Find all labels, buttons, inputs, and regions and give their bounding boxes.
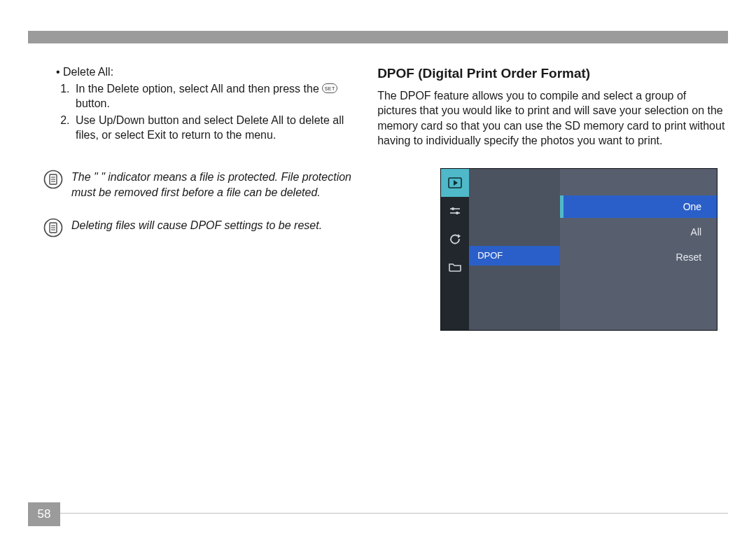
dpof-paragraph: The DPOF feature allows you to compile a… bbox=[377, 88, 725, 149]
set-button-icon: SET bbox=[322, 83, 337, 93]
svg-point-15 bbox=[456, 212, 458, 214]
note-1: The " " indicator means a file is protec… bbox=[43, 170, 365, 200]
folder-icon bbox=[441, 253, 469, 281]
camera-label-dpof: DPOF bbox=[469, 246, 560, 266]
camera-option-one-label: One bbox=[683, 200, 701, 214]
svg-point-13 bbox=[451, 207, 454, 210]
dpof-heading: DPOF (Digital Print Order Format) bbox=[377, 64, 725, 83]
camera-icon-column bbox=[441, 169, 469, 330]
step-2: Use Up/Down button and select Delete All… bbox=[73, 113, 365, 143]
notes-block: The " " indicator means a file is protec… bbox=[43, 170, 365, 238]
svg-marker-16 bbox=[458, 234, 461, 238]
camera-option-reset-label: Reset bbox=[676, 251, 702, 264]
note-2: Deleting files will cause DPOF settings … bbox=[43, 218, 365, 238]
page-number: 58 bbox=[28, 502, 60, 526]
content-columns: Delete All: In the Delete option, select… bbox=[28, 64, 728, 331]
left-column: Delete All: In the Delete option, select… bbox=[31, 64, 365, 331]
camera-option-one: One bbox=[560, 195, 717, 218]
refresh-icon bbox=[441, 225, 469, 253]
manual-page: Delete All: In the Delete option, select… bbox=[0, 0, 756, 550]
camera-options-area: One All Reset bbox=[560, 169, 717, 330]
header-bar bbox=[28, 31, 728, 43]
page-footer: 58 bbox=[28, 513, 728, 514]
play-icon bbox=[441, 169, 469, 197]
note-icon bbox=[43, 218, 63, 238]
camera-option-all-label: All bbox=[691, 226, 702, 239]
delete-all-heading: Delete All: bbox=[56, 64, 365, 80]
camera-label-column: DPOF bbox=[469, 169, 560, 330]
footer-rule bbox=[60, 513, 728, 514]
note-2-text: Deleting files will cause DPOF settings … bbox=[71, 218, 365, 238]
right-column: DPOF (Digital Print Order Format) The DP… bbox=[377, 64, 725, 331]
camera-option-reset: Reset bbox=[560, 246, 717, 268]
option-stripe bbox=[560, 195, 564, 218]
note-1-text: The " " indicator means a file is protec… bbox=[71, 170, 365, 200]
steps-list: In the Delete option, select All and the… bbox=[73, 81, 365, 143]
step-1-after: button. bbox=[76, 97, 110, 109]
svg-marker-11 bbox=[454, 180, 458, 186]
note-icon bbox=[43, 170, 63, 189]
step-1-before: In the Delete option, select All and the… bbox=[76, 83, 322, 95]
step-1: In the Delete option, select All and the… bbox=[73, 81, 365, 111]
slider-icon bbox=[441, 197, 469, 225]
camera-option-all: All bbox=[560, 221, 717, 243]
camera-menu-screenshot: DPOF One All Reset bbox=[440, 168, 718, 331]
